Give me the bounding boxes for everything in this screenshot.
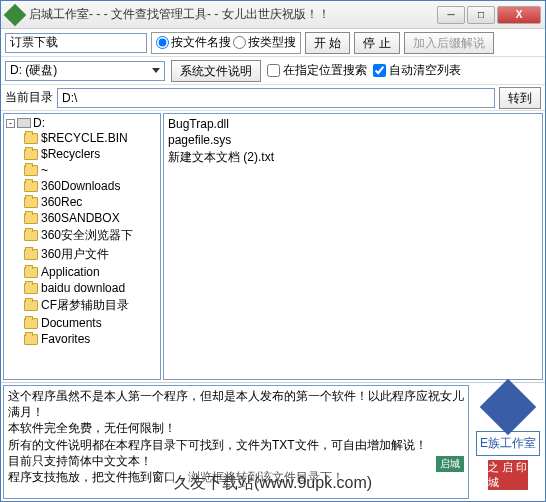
folder-icon bbox=[24, 300, 38, 311]
tree-item-label: Application bbox=[41, 265, 100, 279]
folder-icon bbox=[24, 318, 38, 329]
folder-icon bbox=[24, 334, 38, 345]
folder-icon bbox=[24, 249, 38, 260]
drive-value: D: (硬盘) bbox=[10, 62, 57, 79]
search-location-checkbox[interactable]: 在指定位置搜索 bbox=[267, 62, 367, 79]
path-input[interactable] bbox=[57, 88, 495, 108]
folder-icon bbox=[24, 283, 38, 294]
folder-icon bbox=[24, 230, 38, 241]
tree-item-label: Documents bbox=[41, 316, 102, 330]
folder-icon bbox=[24, 165, 38, 176]
append-suffix-button[interactable]: 加入后缀解说 bbox=[404, 32, 494, 54]
red-logo-icon: 之 启 印城 bbox=[488, 460, 528, 490]
window-title: 启城工作室- - - 文件查找管理工具- - 女儿出世庆祝版！！ bbox=[29, 6, 435, 23]
tree-item[interactable]: Application bbox=[6, 264, 158, 280]
tree-item-label: baidu download bbox=[41, 281, 125, 295]
tree-item-label: 360安全浏览器下 bbox=[41, 227, 133, 244]
autoclear-checkbox[interactable]: 自动清空列表 bbox=[373, 62, 461, 79]
chevron-down-icon bbox=[152, 68, 160, 73]
folder-icon bbox=[24, 181, 38, 192]
minimize-button[interactable]: ─ bbox=[437, 6, 465, 24]
toolbar-drive: D: (硬盘) 系统文件说明 在指定位置搜索 自动清空列表 bbox=[1, 57, 545, 85]
file-item[interactable]: BugTrap.dll bbox=[168, 116, 538, 132]
tree-item[interactable]: Documents bbox=[6, 315, 158, 331]
folder-icon bbox=[24, 197, 38, 208]
stop-button[interactable]: 停 止 bbox=[354, 32, 399, 54]
file-list[interactable]: BugTrap.dllpagefile.sys新建文本文档 (2).txt bbox=[163, 113, 543, 380]
tree-item-label: Favorites bbox=[41, 332, 90, 346]
tree-item[interactable]: Favorites bbox=[6, 331, 158, 347]
search-input[interactable] bbox=[5, 33, 147, 53]
tree-item[interactable]: 360用户文件 bbox=[6, 245, 158, 264]
file-item[interactable]: 新建文本文档 (2).txt bbox=[168, 148, 538, 167]
tree-item[interactable]: 360Downloads bbox=[6, 178, 158, 194]
radio-by-type[interactable]: 按类型搜 bbox=[233, 34, 296, 51]
main-area: - D: $RECYCLE.BIN$Recyclers~360Downloads… bbox=[1, 111, 545, 383]
start-button[interactable]: 开 始 bbox=[305, 32, 350, 54]
folder-icon bbox=[24, 213, 38, 224]
bottom-area: 这个程序虽然不是本人第一个程序，但却是本人发布的第一个软件！以此程序应祝女儿满月… bbox=[1, 383, 545, 501]
tree-item[interactable]: 360SANDBOX bbox=[6, 210, 158, 226]
tree-item-label: 360Rec bbox=[41, 195, 82, 209]
go-button[interactable]: 转到 bbox=[499, 87, 541, 109]
toolbar-search: 按文件名搜 按类型搜 开 始 停 止 加入后缀解说 bbox=[1, 29, 545, 57]
tree-item[interactable]: $RECYCLE.BIN bbox=[6, 130, 158, 146]
tree-item[interactable]: baidu download bbox=[6, 280, 158, 296]
collapse-icon[interactable]: - bbox=[6, 119, 15, 128]
toolbar-path: 当前目录 转到 bbox=[1, 85, 545, 111]
tree-item-label: 360用户文件 bbox=[41, 246, 109, 263]
folder-tree[interactable]: - D: $RECYCLE.BIN$Recyclers~360Downloads… bbox=[3, 113, 161, 380]
titlebar[interactable]: 启城工作室- - - 文件查找管理工具- - 女儿出世庆祝版！！ ─ □ X bbox=[1, 1, 545, 29]
folder-icon bbox=[24, 133, 38, 144]
tree-item-label: 360Downloads bbox=[41, 179, 120, 193]
tree-item-label: 360SANDBOX bbox=[41, 211, 120, 225]
close-button[interactable]: X bbox=[497, 6, 541, 24]
tree-item[interactable]: $Recyclers bbox=[6, 146, 158, 162]
main-window: 启城工作室- - - 文件查找管理工具- - 女儿出世庆祝版！！ ─ □ X 按… bbox=[0, 0, 546, 502]
file-item[interactable]: pagefile.sys bbox=[168, 132, 538, 148]
tree-item-label: ~ bbox=[41, 163, 48, 177]
tree-item-label: CF屠梦辅助目录 bbox=[41, 297, 129, 314]
description-panel[interactable]: 这个程序虽然不是本人第一个程序，但却是本人发布的第一个软件！以此程序应祝女儿满月… bbox=[3, 385, 469, 499]
tree-item[interactable]: CF屠梦辅助目录 bbox=[6, 296, 158, 315]
sysfile-button[interactable]: 系统文件说明 bbox=[171, 60, 261, 82]
search-mode-group: 按文件名搜 按类型搜 bbox=[151, 32, 301, 54]
tree-item[interactable]: ~ bbox=[6, 162, 158, 178]
tree-root-item[interactable]: - D: bbox=[6, 116, 158, 130]
tree-item-label: $Recyclers bbox=[41, 147, 100, 161]
tree-item[interactable]: 360Rec bbox=[6, 194, 158, 210]
drive-icon bbox=[17, 118, 31, 128]
app-icon bbox=[4, 3, 27, 26]
blue-logo-icon bbox=[480, 379, 537, 436]
tree-item-label: $RECYCLE.BIN bbox=[41, 131, 128, 145]
drive-combo[interactable]: D: (硬盘) bbox=[5, 61, 165, 81]
tree-item[interactable]: 360安全浏览器下 bbox=[6, 226, 158, 245]
maximize-button[interactable]: □ bbox=[467, 6, 495, 24]
radio-by-name[interactable]: 按文件名搜 bbox=[156, 34, 231, 51]
tree-root-label: D: bbox=[33, 116, 45, 130]
folder-icon bbox=[24, 149, 38, 160]
path-label: 当前目录 bbox=[5, 89, 53, 106]
folder-icon bbox=[24, 267, 38, 278]
side-panel: E族工作室 之 启 印城 bbox=[471, 383, 545, 501]
